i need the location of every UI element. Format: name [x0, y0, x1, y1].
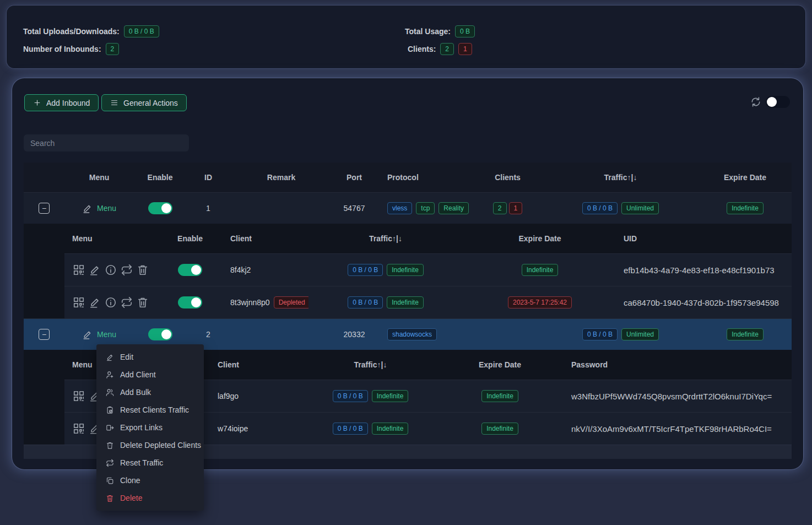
qr-code-icon[interactable]: [72, 263, 85, 277]
client-expire: Indefinite: [435, 380, 565, 412]
client-actions: [64, 254, 165, 286]
header-expand: [24, 163, 64, 192]
inbound-1-traffic: 0 B / 0 B Unlimited: [543, 193, 699, 224]
table-header-row: Menu Enable ID Remark Port Protocol Clie…: [24, 163, 792, 192]
inbound-2-remark: [230, 319, 332, 350]
menu-item-delete-depleted-clients[interactable]: Delete Depleted Clients: [96, 436, 204, 454]
menu-item-add-client[interactable]: Add Client: [96, 366, 204, 383]
subheader-client: Client: [209, 350, 306, 380]
traffic-limit-badge: Indefinite: [387, 264, 424, 276]
header-enable: Enable: [134, 163, 186, 192]
qr-code-icon[interactable]: [72, 389, 85, 403]
edit-client-icon[interactable]: [88, 263, 101, 277]
delete-icon: [106, 494, 114, 502]
collapse-inbound-1-button[interactable]: −: [39, 203, 50, 214]
expire-badge: Indefinite: [481, 423, 518, 435]
inbound-context-menu: Edit Add Client Add Bulk Reset Clients T…: [96, 344, 204, 511]
client-enable-toggle[interactable]: [178, 296, 202, 308]
clients-active-count: 2: [440, 43, 454, 55]
traffic-limit-badge: Indefinite: [387, 296, 424, 308]
client-expire: 2023-5-7 17:25:42: [463, 286, 617, 318]
stat-inbounds: Number of Inbounds: 2: [23, 42, 119, 56]
add-inbound-label: Add Inbound: [46, 99, 90, 107]
menu-item-add-bulk[interactable]: Add Bulk: [96, 383, 204, 401]
refresh-icon[interactable]: [750, 96, 761, 107]
client-traffic: 0 B / 0 B Indefinite: [306, 413, 435, 445]
subheader-expire: Expire Date: [435, 350, 565, 380]
client-enable-toggle[interactable]: [178, 264, 202, 276]
inbound-2-menu-button[interactable]: Menu: [82, 329, 116, 340]
info-icon[interactable]: [104, 263, 117, 277]
subheader-uid: UID: [617, 224, 792, 253]
menu-item-delete[interactable]: Delete: [96, 489, 204, 507]
add-inbound-button[interactable]: Add Inbound: [24, 94, 99, 111]
menu-item-clone[interactable]: Clone: [96, 472, 204, 489]
reset-clients-traffic-icon: [106, 406, 114, 414]
header-remark: Remark: [230, 163, 332, 192]
inbound-2-port: 20332: [332, 319, 376, 350]
search-input[interactable]: [24, 134, 189, 151]
inbound-1-enable-toggle[interactable]: [148, 202, 172, 214]
add-client-icon: [106, 371, 114, 379]
general-actions-label: General Actions: [123, 99, 178, 107]
clients-label: Clients:: [408, 45, 436, 53]
delete-client-icon[interactable]: [136, 296, 149, 309]
expire-badge: Indefinite: [481, 390, 518, 402]
client-name: 8f4kj2: [215, 254, 308, 286]
subheader-password: Password: [565, 350, 792, 380]
traffic-limit-badge: Unlimited: [621, 202, 659, 214]
inbound-1-clients-subtable: Menu Enable Client Traffic↑|↓ Expire Dat…: [24, 224, 792, 318]
qr-code-icon[interactable]: [72, 296, 85, 309]
delete-client-icon[interactable]: [136, 263, 149, 277]
inbound-1-menu-button[interactable]: Menu: [82, 203, 116, 214]
client-name-cell: 8t3wjnn8p0 Depleted: [215, 286, 308, 318]
header-clients: Clients: [473, 163, 543, 192]
traffic-limit-badge: Unlimited: [621, 328, 659, 340]
client-uid: ca68470b-1940-437d-802b-1f9573e94598: [617, 286, 792, 318]
qr-code-icon[interactable]: [72, 422, 85, 435]
inbounds-label: Number of Inbounds:: [23, 45, 101, 53]
client-password: w3NfbzUPf5WWd745Q8pvsmQrdrttT2lO6knuI7Di…: [565, 380, 792, 412]
inbound-1-expire: Indefinite: [699, 193, 792, 224]
expire-badge: 2023-5-7 17:25:42: [508, 296, 572, 308]
traffic-badge: 0 B / 0 B: [333, 423, 368, 435]
subheader-traffic-sort[interactable]: Traffic↑|↓: [306, 350, 435, 380]
collapse-inbound-2-button[interactable]: −: [39, 329, 50, 340]
protocol-tag: vless: [387, 202, 412, 214]
inbound-2-enable-toggle[interactable]: [148, 328, 172, 340]
add-bulk-icon: [106, 388, 114, 397]
clients-active-badge: 2: [493, 202, 507, 214]
inbounds-value: 2: [106, 43, 120, 55]
protocol-tag: tcp: [416, 202, 435, 214]
subheader-client: Client: [215, 224, 308, 253]
client-traffic: 0 B / 0 B Indefinite: [306, 380, 435, 412]
client-name: laf9go: [209, 380, 306, 412]
subheader-traffic-sort[interactable]: Traffic↑|↓: [308, 224, 463, 253]
reset-traffic-icon[interactable]: [120, 263, 133, 277]
menu-item-export-links[interactable]: Export Links: [96, 419, 204, 436]
traffic-limit-badge: Indefinite: [372, 390, 409, 402]
reset-traffic-icon[interactable]: [120, 296, 133, 309]
export-links-icon: [106, 424, 114, 432]
subtable-indent: [24, 224, 64, 318]
theme-toggle[interactable]: [766, 96, 790, 108]
edit-client-icon[interactable]: [88, 296, 101, 309]
protocol-tag: Reality: [439, 202, 469, 214]
general-actions-button[interactable]: General Actions: [101, 94, 187, 111]
menu-item-reset-traffic[interactable]: Reset Traffic: [96, 454, 204, 472]
stat-clients: Clients: 2 1: [408, 42, 472, 56]
client-row: 8t3wjnn8p0 Depleted 0 B / 0 B Indefinite…: [64, 286, 792, 318]
traffic-badge: 0 B / 0 B: [348, 264, 383, 276]
client-uid: efb14b43-4a79-4e83-ef18-e48cf1901b73: [617, 254, 792, 286]
traffic-badge: 0 B / 0 B: [582, 202, 618, 214]
delete-depleted-clients-icon: [106, 441, 114, 450]
menu-item-reset-clients-traffic[interactable]: Reset Clients Traffic: [96, 401, 204, 419]
header-traffic-sort[interactable]: Traffic↑|↓: [543, 163, 699, 192]
reset-traffic-icon: [106, 459, 114, 467]
stat-total-updown: Total Uploads/Downloads: 0 B / 0 B: [23, 25, 159, 38]
inbound-2-expire: Indefinite: [699, 319, 792, 350]
inbound-1-clients: 2 1: [473, 193, 543, 224]
expire-badge: Indefinite: [727, 328, 764, 340]
info-icon[interactable]: [104, 296, 117, 309]
menu-item-edit[interactable]: Edit: [96, 348, 204, 366]
